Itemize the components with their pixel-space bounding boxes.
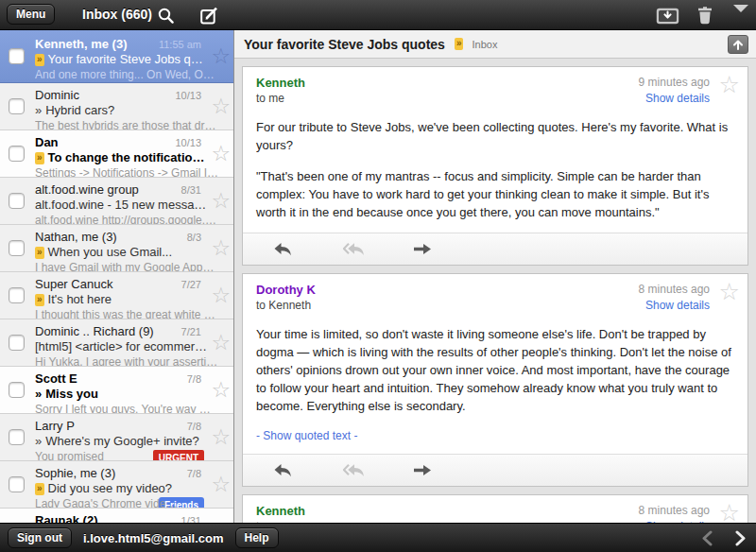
message-header: Kenneth to me 8 minutes ago Show details — [243, 495, 747, 523]
checkbox[interactable] — [9, 146, 25, 162]
checkbox[interactable] — [9, 48, 25, 64]
email-subject: [html5] <article> for ecommer… — [35, 339, 207, 354]
star-icon[interactable] — [211, 235, 231, 260]
inbox-label: Inbox — [472, 39, 497, 50]
sender-name: Kenneth, me (3) — [35, 37, 128, 52]
help-button[interactable]: Help — [235, 527, 279, 548]
email-list-item[interactable]: Dan10/13 To change the notificatio… Sett… — [0, 130, 233, 178]
email-subject: Miss you — [45, 387, 98, 401]
email-preview: Lady Gaga's Chrome vide… — [35, 497, 177, 509]
email-preview: You promised — [35, 450, 104, 461]
chevron-marker-icon — [35, 434, 42, 449]
email-list-item[interactable]: Dominic10/13 Hybrid cars? The best hybri… — [0, 83, 233, 130]
chevron-marker-icon — [35, 103, 42, 118]
compose-icon[interactable] — [200, 7, 219, 28]
more-menu-icon[interactable] — [733, 12, 748, 29]
sender-name: Nathan, me (3) — [35, 230, 117, 245]
email-list-item[interactable]: Kenneth, me (3)11:55 am Your favorite St… — [0, 30, 233, 83]
star-icon[interactable] — [719, 278, 740, 305]
collapse-up-button[interactable] — [728, 35, 748, 54]
sender-name: Dominic — [35, 88, 79, 103]
show-quoted-text-link[interactable]: - Show quoted text - — [256, 429, 357, 442]
message-action-bar — [243, 233, 747, 265]
checkbox[interactable] — [9, 382, 25, 398]
trash-icon[interactable] — [696, 6, 713, 28]
star-icon[interactable] — [719, 499, 740, 523]
checkbox[interactable] — [9, 335, 25, 351]
email-list-item[interactable]: Raunak (2)1/31 — [0, 509, 233, 523]
email-date: 7/21 — [181, 324, 201, 339]
checkbox[interactable] — [9, 429, 25, 445]
content-area: Kenneth, me (3)11:55 am Your favorite St… — [0, 30, 756, 523]
message-time: 8 minutes ago — [639, 504, 710, 517]
star-icon[interactable] — [211, 141, 231, 165]
checkbox[interactable] — [9, 476, 25, 492]
email-list-item[interactable]: Larry P7/8 Where's my Google+ invite? UR… — [0, 414, 233, 461]
email-list-item[interactable]: Dominic .. Richard (9)7/21 [html5] <arti… — [0, 319, 233, 367]
email-subject: When you use Gmail... — [48, 245, 173, 259]
inbox-title: Inbox (660) — [0, 7, 234, 22]
star-icon[interactable] — [211, 94, 231, 118]
message-time: 8 minutes ago — [639, 283, 710, 296]
email-date: 10/13 — [175, 135, 201, 150]
email-preview: The best hybrids are those that dr… — [35, 119, 215, 130]
chevron-marker-icon — [35, 387, 42, 402]
search-icon[interactable] — [157, 7, 175, 28]
message-action-bar — [243, 454, 747, 486]
show-details-link[interactable]: Show details — [639, 92, 710, 105]
message-header: Kenneth to me 9 minutes ago Show details — [243, 67, 747, 107]
star-icon[interactable] — [211, 472, 231, 496]
email-preview: And one more thing... On Wed, O… — [35, 68, 215, 81]
email-date: 7/8 — [187, 371, 201, 387]
star-icon[interactable] — [211, 43, 231, 68]
email-list-item[interactable]: Super Canuck7/27 It's hot here I thought… — [0, 272, 233, 319]
conversation-subject: Your favorite Steve Jobs quotes — [244, 37, 445, 52]
forward-icon[interactable] — [413, 463, 434, 477]
bottom-toolbar: Sign out i.love.html5@gmail.com Help — [0, 523, 756, 552]
message-body: Your time is limited, so don't waste it … — [243, 314, 747, 426]
previous-conversation-icon[interactable] — [701, 530, 713, 550]
email-preview: I have Gmail with my Google App… — [35, 261, 214, 272]
importance-marker-icon — [35, 54, 44, 66]
email-date: 1/31 — [181, 513, 201, 523]
email-preview: Settings -> Notifications -> Gmail I… — [35, 166, 218, 178]
urgent-label-badge: URGENT — [153, 450, 204, 461]
reply-all-icon[interactable] — [343, 463, 364, 477]
star-icon[interactable] — [211, 283, 231, 307]
email-subject: Where's my Google+ invite? — [45, 434, 199, 448]
next-conversation-icon[interactable] — [735, 530, 747, 550]
reply-icon[interactable] — [273, 463, 294, 477]
star-icon[interactable] — [211, 330, 231, 354]
star-icon[interactable] — [211, 424, 231, 449]
email-list-item[interactable]: alt.food.wine group8/31 alt.food.wine - … — [0, 178, 233, 225]
checkbox[interactable] — [9, 240, 25, 256]
email-date: 8/31 — [181, 182, 201, 198]
sign-out-button[interactable]: Sign out — [8, 527, 72, 548]
star-icon[interactable] — [719, 71, 740, 98]
email-preview: I thought this was the great white … — [35, 308, 215, 319]
sender-name: alt.food.wine group — [35, 182, 139, 198]
checkbox[interactable] — [9, 287, 25, 303]
email-preview: alt.food.wine http://groups.google.… — [35, 214, 216, 225]
checkbox[interactable] — [9, 98, 25, 114]
importance-marker-icon — [35, 294, 44, 306]
star-icon[interactable] — [211, 188, 231, 213]
email-date: 7/8 — [187, 419, 201, 434]
email-preview: Hi Yukka, I agree with your asserti… — [35, 355, 217, 367]
email-list-item[interactable]: Scott E7/8 Miss you Sorry I left you guy… — [0, 367, 233, 414]
reply-all-icon[interactable] — [343, 242, 364, 256]
email-subject: It's hot here — [48, 292, 112, 306]
message-scroll-area[interactable]: Kenneth to me 9 minutes ago Show details… — [234, 59, 756, 523]
message-time: 9 minutes ago — [639, 76, 710, 89]
star-icon[interactable] — [211, 377, 231, 402]
importance-marker-icon — [35, 152, 44, 164]
checkbox[interactable] — [9, 193, 25, 209]
body-paragraph: For our tribute to Steve Jobs, we've bee… — [256, 118, 734, 154]
email-list-item[interactable]: Sophie, me (3)7/8 Did you see my video? … — [0, 461, 233, 509]
email-list-item[interactable]: Nathan, me (3)8/3 When you use Gmail... … — [0, 225, 233, 272]
forward-icon[interactable] — [413, 242, 434, 256]
archive-icon[interactable] — [656, 8, 679, 28]
show-details-link[interactable]: Show details — [639, 299, 710, 312]
reply-icon[interactable] — [273, 242, 294, 256]
sender-name: Scott E — [35, 371, 77, 387]
